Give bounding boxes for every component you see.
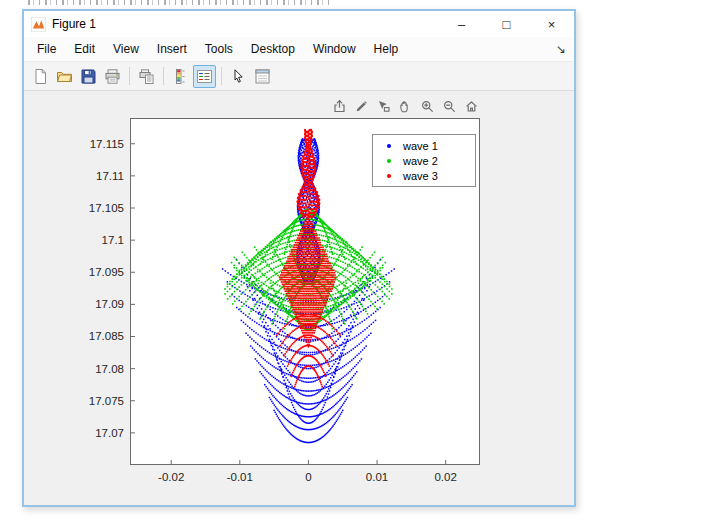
x-tick-labels: -0.02-0.0100.010.02 (24, 471, 574, 487)
x-tick-label: 0 (305, 471, 311, 483)
print-preview-icon (138, 68, 155, 85)
screen: Figure 1 – □ × File Edit View Insert Too… (0, 0, 710, 518)
legend-marker-wave1 (387, 144, 391, 148)
y-tick-label: 17.115 (90, 138, 124, 150)
dock-figure-icon[interactable]: ↘ (556, 42, 566, 56)
menu-item-tools[interactable]: Tools (196, 39, 242, 59)
restore-view-button[interactable] (462, 98, 481, 115)
y-tick-label: 17.11 (96, 170, 124, 182)
y-tick-label: 17.085 (89, 330, 124, 342)
toolbar-separator (221, 67, 222, 85)
menu-item-window[interactable]: Window (304, 39, 365, 59)
legend-label-wave2: wave 2 (403, 155, 438, 167)
menu-item-file[interactable]: File (28, 39, 65, 59)
toolbar-separator (129, 67, 130, 85)
zoom-out-button[interactable] (440, 98, 459, 115)
y-tick-label: 17.105 (89, 202, 124, 214)
y-tick-label: 17.1 (102, 234, 124, 246)
legend[interactable]: wave 1 wave 2 wave 3 (372, 134, 476, 187)
window-title: Figure 1 (52, 17, 96, 31)
x-tick-label: 0.01 (366, 471, 388, 483)
print-figure-button[interactable] (101, 65, 124, 88)
figure-window: Figure 1 – □ × File Edit View Insert Too… (22, 9, 576, 507)
x-tick-label: -0.02 (158, 471, 184, 483)
property-inspector-icon (254, 68, 271, 85)
insert-legend-icon (196, 68, 213, 85)
new-figure-icon (32, 68, 49, 85)
insert-colorbar-button[interactable] (169, 65, 192, 88)
menu-item-edit[interactable]: Edit (65, 39, 104, 59)
save-figure-button[interactable] (77, 65, 100, 88)
menu-item-desktop[interactable]: Desktop (242, 39, 304, 59)
y-tick-labels: 17.0717.07517.0817.08517.0917.09517.117.… (24, 91, 124, 505)
matlab-figure-icon (31, 17, 46, 32)
y-tick-label: 17.07 (95, 427, 124, 439)
legend-marker-wave3 (387, 174, 391, 178)
close-button[interactable]: × (529, 11, 574, 37)
legend-label-wave1: wave 1 (403, 140, 438, 152)
menu-item-view[interactable]: View (104, 39, 148, 59)
legend-marker-wave2 (387, 159, 391, 163)
pan-button[interactable] (396, 98, 415, 115)
legend-label-wave3: wave 3 (403, 170, 438, 182)
pan-icon (398, 99, 413, 114)
axes-toolbar (330, 98, 481, 115)
property-inspector-button[interactable] (251, 65, 274, 88)
legend-entry: wave 2 (373, 153, 475, 168)
edit-plot-button[interactable] (227, 65, 250, 88)
menu-bar: File Edit View Insert Tools Desktop Wind… (24, 37, 574, 62)
new-figure-button[interactable] (29, 65, 52, 88)
edit-plot-icon (230, 68, 247, 85)
open-file-button[interactable] (53, 65, 76, 88)
title-bar[interactable]: Figure 1 – □ × (24, 11, 574, 37)
cropped-text-artifact (28, 0, 334, 5)
y-tick-label: 17.095 (89, 266, 124, 278)
y-tick-label: 17.09 (95, 298, 124, 310)
y-tick-label: 17.075 (89, 395, 124, 407)
brush-button[interactable] (352, 98, 371, 115)
legend-entry: wave 3 (373, 168, 475, 183)
figure-toolbar (24, 62, 574, 91)
data-tips-button[interactable] (374, 98, 393, 115)
toolbar-separator (163, 67, 164, 85)
print-figure-icon (104, 68, 121, 85)
restore-view-icon (464, 99, 479, 114)
insert-legend-button[interactable] (193, 65, 216, 88)
figure-content: 17.0717.07517.0817.08517.0917.09517.117.… (24, 91, 574, 505)
save-figure-icon (80, 68, 97, 85)
export-button[interactable] (330, 98, 349, 115)
minimize-button[interactable]: – (439, 11, 484, 37)
y-tick-label: 17.08 (95, 363, 124, 375)
brush-icon (354, 99, 369, 114)
zoom-in-icon (420, 99, 435, 114)
menu-item-help[interactable]: Help (365, 39, 408, 59)
print-preview-button[interactable] (135, 65, 158, 88)
maximize-button[interactable]: □ (484, 11, 529, 37)
zoom-out-icon (442, 99, 457, 114)
x-tick-label: 0.02 (434, 471, 456, 483)
export-icon (332, 99, 347, 114)
open-file-icon (56, 68, 73, 85)
menu-item-insert[interactable]: Insert (148, 39, 196, 59)
x-tick-label: -0.01 (227, 471, 253, 483)
insert-colorbar-icon (172, 68, 189, 85)
legend-entry: wave 1 (373, 138, 475, 153)
data-tips-icon (376, 99, 391, 114)
zoom-in-button[interactable] (418, 98, 437, 115)
